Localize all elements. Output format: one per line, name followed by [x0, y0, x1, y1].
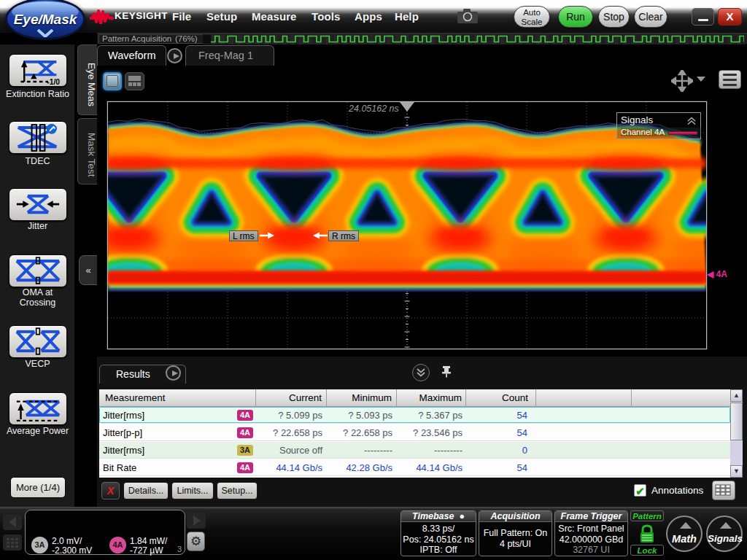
svg-text:-1/0: -1/0 [47, 77, 60, 85]
